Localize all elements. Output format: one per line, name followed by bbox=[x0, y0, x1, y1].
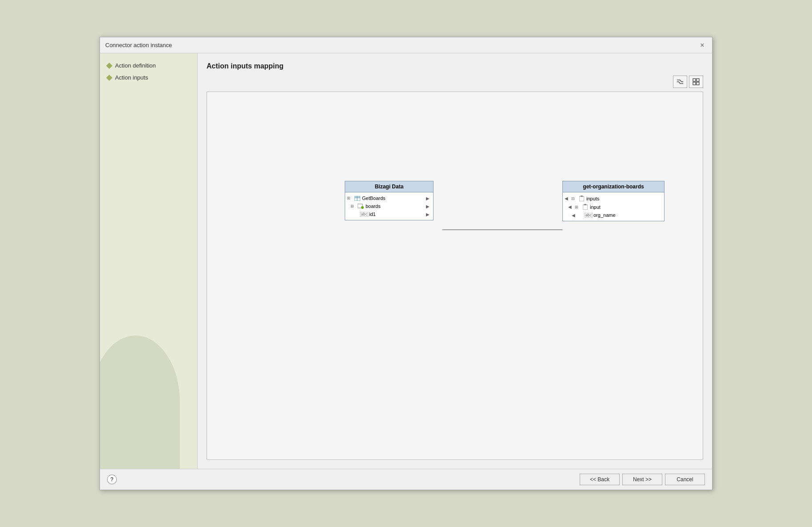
collection-type-icon bbox=[357, 204, 364, 209]
spacer: ⊞ bbox=[578, 213, 584, 217]
svg-rect-18 bbox=[579, 196, 584, 201]
sidebar-item-label: Action definition bbox=[115, 62, 156, 69]
row-label: input bbox=[590, 204, 661, 210]
dialog: Connector action instance × Action defin… bbox=[100, 37, 712, 490]
dialog-body: Action definition Action inputs Action i… bbox=[100, 53, 712, 469]
row-label: org_name bbox=[593, 212, 661, 218]
fit-view-icon bbox=[692, 78, 700, 86]
table-row[interactable]: ⊞ abc id1 ▶ bbox=[352, 210, 433, 218]
cancel-button[interactable]: Cancel bbox=[665, 474, 705, 485]
expand-icon: ⊞ bbox=[347, 196, 352, 200]
connector-svg bbox=[207, 92, 703, 459]
row-label: id1 bbox=[369, 212, 425, 217]
section-title: Action inputs mapping bbox=[207, 62, 703, 70]
row-label: boards bbox=[366, 204, 425, 209]
footer-left: ? bbox=[107, 475, 117, 484]
svg-point-17 bbox=[361, 206, 364, 209]
row-label: GetBoards bbox=[362, 196, 425, 201]
table-row[interactable]: ⊞ GetBo bbox=[345, 194, 433, 202]
abc-type-icon: abc bbox=[361, 212, 368, 217]
dialog-title: Connector action instance bbox=[105, 42, 172, 48]
dialog-titlebar: Connector action instance × bbox=[100, 37, 712, 53]
mapping-canvas: Bizagi Data ⊞ bbox=[207, 92, 703, 460]
main-content: Action inputs mapping bbox=[198, 53, 712, 469]
abc-type-icon: abc bbox=[585, 213, 592, 218]
sidebar-item-action-inputs[interactable]: Action inputs bbox=[107, 74, 190, 81]
footer-right: << Back Next >> Cancel bbox=[580, 474, 705, 485]
back-button[interactable]: << Back bbox=[580, 474, 620, 485]
arrow-right-icon: ▶ bbox=[426, 212, 430, 217]
help-button[interactable]: ? bbox=[107, 475, 117, 484]
svg-rect-21 bbox=[584, 204, 586, 205]
table-row[interactable]: ◀ ⊞ abc org_name bbox=[570, 211, 664, 219]
svg-rect-9 bbox=[697, 82, 699, 85]
mapping-inner: Bizagi Data ⊞ bbox=[207, 92, 703, 459]
table-type-icon bbox=[354, 196, 361, 201]
expand-icon: ⊟ bbox=[571, 196, 577, 201]
arrow-right-icon: ▶ bbox=[426, 196, 430, 201]
table-row[interactable]: ◀ ⊞ input bbox=[566, 203, 664, 211]
sidebar-item-label: Action inputs bbox=[115, 74, 148, 81]
svg-rect-19 bbox=[581, 196, 583, 197]
arrow-right-icon: ▶ bbox=[426, 204, 430, 209]
sidebar-decoration bbox=[100, 335, 180, 469]
arrow-left-icon: ◀ bbox=[568, 204, 572, 209]
clipboard-type-icon bbox=[578, 196, 585, 201]
right-box-rows: ◀ ⊟ inputs bbox=[563, 192, 664, 221]
expand-icon: ⊞ bbox=[350, 204, 356, 208]
sidebar-item-action-definition[interactable]: Action definition bbox=[107, 62, 190, 69]
map-columns-button[interactable] bbox=[673, 76, 687, 88]
expand-icon: ⊞ bbox=[575, 205, 580, 209]
svg-rect-7 bbox=[697, 79, 699, 81]
close-button[interactable]: × bbox=[698, 41, 707, 50]
diamond-icon bbox=[106, 62, 112, 68]
svg-rect-8 bbox=[693, 82, 696, 85]
table-row[interactable]: ⊞ boards ▶ bbox=[349, 202, 433, 210]
svg-rect-14 bbox=[355, 196, 357, 197]
map-columns-icon bbox=[676, 78, 684, 86]
svg-rect-6 bbox=[693, 79, 696, 81]
sidebar: Action definition Action inputs bbox=[100, 53, 198, 469]
svg-line-4 bbox=[679, 82, 680, 84]
arrow-left-icon: ◀ bbox=[565, 196, 568, 201]
row-label: inputs bbox=[586, 196, 661, 201]
next-button[interactable]: Next >> bbox=[622, 474, 662, 485]
svg-line-1 bbox=[680, 80, 681, 82]
svg-rect-15 bbox=[358, 196, 360, 197]
dialog-footer: ? << Back Next >> Cancel bbox=[100, 469, 712, 490]
right-box-header: get-organization-boards bbox=[563, 181, 664, 192]
diamond-icon bbox=[106, 74, 112, 80]
left-data-box: Bizagi Data ⊞ bbox=[345, 181, 434, 220]
spacer: ⊞ bbox=[354, 212, 359, 216]
right-data-box: get-organization-boards ◀ ⊟ bbox=[562, 181, 665, 221]
fit-view-button[interactable] bbox=[689, 76, 703, 88]
svg-rect-20 bbox=[583, 205, 588, 210]
left-box-rows: ⊞ GetBo bbox=[345, 192, 433, 220]
mapping-toolbar bbox=[207, 76, 703, 88]
table-row[interactable]: ◀ ⊟ inputs bbox=[563, 194, 664, 203]
arrow-left-icon: ◀ bbox=[572, 213, 575, 218]
left-box-header: Bizagi Data bbox=[345, 181, 433, 192]
clipboard-type-icon bbox=[581, 204, 589, 210]
